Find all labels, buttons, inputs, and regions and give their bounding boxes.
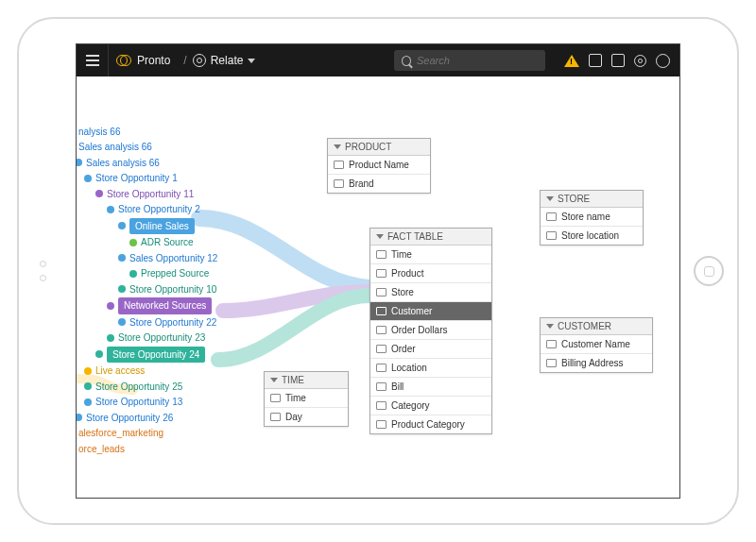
panel-icon[interactable] — [611, 54, 625, 67]
field-icon — [376, 250, 387, 259]
canvas[interactable]: nalysis 66Sales analysis 66Sales analysi… — [77, 76, 679, 498]
search-input[interactable] — [417, 55, 538, 66]
field-row[interactable]: Brand — [328, 175, 430, 193]
tree-item[interactable]: alesforce_marketing — [77, 426, 217, 442]
node-icon — [107, 334, 114, 342]
panel-header[interactable]: STORE — [541, 191, 643, 208]
collapse-icon — [376, 234, 384, 239]
node-icon — [118, 222, 126, 229]
field-row[interactable]: Customer — [370, 302, 491, 321]
node-icon — [95, 350, 103, 358]
field-row[interactable]: Time — [370, 246, 491, 264]
home-button[interactable] — [694, 256, 724, 286]
field-row[interactable]: Day — [265, 408, 348, 426]
tree-item[interactable]: Store Opportunity 24 — [95, 346, 217, 364]
search-icon — [402, 56, 411, 66]
field-icon — [376, 401, 387, 410]
tree-item[interactable]: Store Opportunity 13 — [84, 395, 217, 411]
field-label: Product Category — [391, 419, 465, 430]
panel-product[interactable]: PRODUCTProduct NameBrand — [327, 138, 431, 194]
source-tree[interactable]: nalysis 66Sales analysis 66Sales analysi… — [77, 124, 217, 457]
tree-item[interactable]: Store Opportunity 10 — [118, 281, 217, 297]
tree-item[interactable]: ADR Source — [129, 235, 217, 251]
panel-header[interactable]: TIME — [265, 372, 348, 389]
tree-item[interactable]: Sales analysis 66 — [77, 140, 217, 156]
panel-customer[interactable]: CUSTOMERCustomer NameBilling Address — [540, 317, 653, 373]
node-icon — [118, 318, 126, 326]
field-row[interactable]: Location — [370, 359, 491, 378]
field-label: Order Dollars — [391, 325, 447, 335]
field-row[interactable]: Customer Name — [541, 335, 652, 354]
field-icon — [546, 212, 557, 221]
node-icon — [77, 159, 82, 166]
tree-item[interactable]: Networked Sources — [107, 297, 217, 315]
menu-button[interactable] — [77, 44, 109, 76]
panel-header[interactable]: CUSTOMER — [541, 318, 652, 335]
field-row[interactable]: Store name — [541, 208, 643, 227]
field-row[interactable]: Billing Address — [541, 354, 652, 372]
field-label: Product Name — [349, 160, 409, 170]
field-icon — [334, 179, 344, 188]
panel-title: TIME — [282, 375, 304, 385]
panel-fact-table[interactable]: FACT TABLETimeProductStoreCustomerOrder … — [369, 228, 492, 434]
tree-item[interactable]: nalysis 66 — [77, 124, 217, 140]
field-label: Store location — [561, 230, 619, 241]
tree-item[interactable]: Live access — [84, 364, 217, 380]
tree-item[interactable]: Store Opportunity 11 — [95, 186, 217, 202]
tree-item[interactable]: Store Opportunity 25 — [84, 379, 217, 395]
field-row[interactable]: Product Name — [328, 156, 430, 175]
field-icon — [270, 394, 281, 402]
field-label: Store name — [561, 212, 610, 222]
tree-item[interactable]: Prepped Source — [129, 266, 217, 282]
tree-item-label: alesforce_marketing — [78, 426, 163, 441]
tree-item[interactable]: orce_leads — [77, 441, 217, 457]
tree-item[interactable]: Sales Opportunity 12 — [118, 250, 217, 266]
field-row[interactable]: Product Category — [370, 415, 491, 433]
panel-time[interactable]: TIMETimeDay — [264, 371, 349, 427]
alert-icon[interactable] — [564, 55, 579, 67]
section-dropdown[interactable]: Relate — [193, 54, 256, 67]
node-icon — [95, 190, 103, 197]
field-row[interactable]: Bill — [370, 378, 491, 397]
field-row[interactable]: Order Dollars — [370, 321, 491, 340]
tree-item-label: Store Opportunity 2 — [118, 202, 200, 217]
collapse-icon — [546, 196, 554, 201]
panel-store[interactable]: STOREStore nameStore location — [540, 190, 644, 246]
node-icon — [107, 206, 114, 213]
section-label: Relate — [211, 54, 244, 67]
field-row[interactable]: Store — [370, 283, 491, 302]
tree-item[interactable]: Store Opportunity 2 — [107, 202, 217, 218]
field-row[interactable]: Order — [370, 340, 491, 359]
app-logo[interactable]: Pronto — [116, 53, 170, 68]
field-icon — [376, 288, 387, 296]
collapse-icon — [270, 378, 278, 382]
field-label: Store — [391, 287, 414, 297]
node-icon — [84, 398, 92, 406]
field-icon — [376, 382, 387, 391]
tree-item-label: Store Opportunity 26 — [86, 411, 173, 426]
gear-icon[interactable] — [634, 55, 646, 67]
field-row[interactable]: Category — [370, 397, 491, 415]
app-screen: Pronto / Relate — [76, 43, 680, 499]
field-row[interactable]: Product — [370, 264, 491, 283]
field-label: Bill — [391, 381, 404, 392]
search-box[interactable] — [394, 50, 545, 71]
tree-item-label: Sales Opportunity 12 — [129, 251, 217, 266]
field-row[interactable]: Time — [265, 389, 348, 408]
field-label: Customer Name — [561, 339, 630, 349]
field-row[interactable]: Store location — [541, 227, 643, 245]
tree-item[interactable]: Store Opportunity 1 — [84, 171, 217, 187]
tree-item[interactable]: Online Sales — [118, 217, 217, 235]
field-label: Time — [285, 393, 306, 403]
panel-header[interactable]: FACT TABLE — [370, 229, 491, 246]
field-label: Location — [391, 363, 427, 373]
panel-header[interactable]: PRODUCT — [328, 139, 430, 156]
present-icon[interactable] — [589, 54, 602, 67]
field-icon — [270, 413, 281, 421]
tree-item[interactable]: Store Opportunity 23 — [107, 330, 217, 347]
tree-item-pill: Online Sales — [129, 218, 195, 235]
tree-item[interactable]: Store Opportunity 26 — [77, 410, 217, 426]
tree-item[interactable]: Store Opportunity 22 — [118, 314, 217, 330]
user-icon[interactable] — [656, 54, 670, 68]
tree-item[interactable]: Sales analysis 66 — [77, 155, 217, 171]
